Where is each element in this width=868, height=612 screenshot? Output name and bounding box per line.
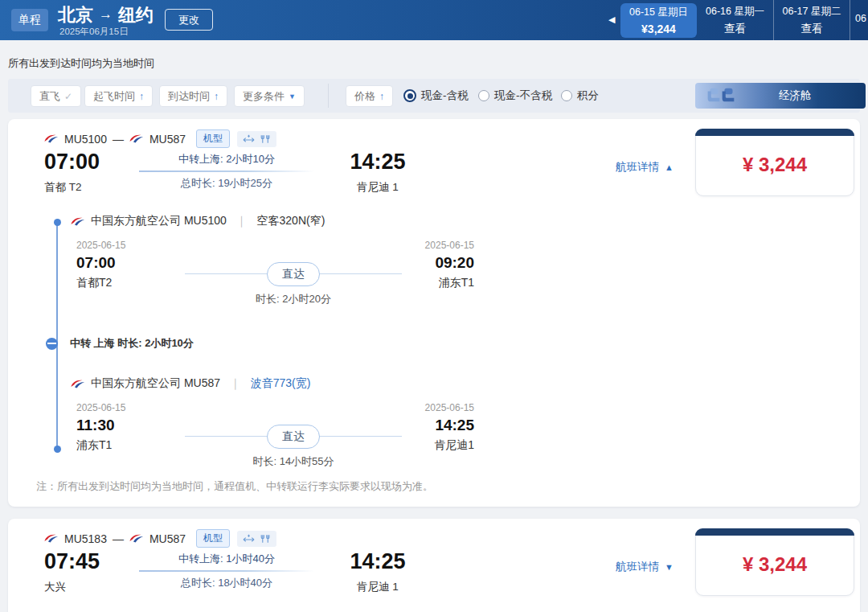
radio-cash-with-tax-label: 现金-含税 bbox=[421, 88, 469, 103]
filter-direct-button[interactable]: 直飞 ✓ bbox=[31, 85, 81, 107]
expand-icon: ▼ bbox=[665, 562, 674, 572]
fare-price-box[interactable]: ¥ 3,244 bbox=[695, 528, 854, 596]
radio-unselected-icon bbox=[478, 90, 489, 101]
total-duration: 总时长: 18小时40分 bbox=[139, 572, 314, 590]
airline-logo-icon bbox=[129, 533, 144, 544]
filter-more-button[interactable]: 更多条件 ▼ bbox=[234, 85, 305, 107]
chevron-down-icon: ▼ bbox=[289, 92, 296, 101]
airline-logo-icon bbox=[71, 216, 85, 227]
change-search-button[interactable]: 更改 bbox=[165, 9, 213, 31]
arrival-time: 14:25 bbox=[332, 150, 424, 175]
segment1-depart-airport: 首都T2 bbox=[76, 276, 197, 290]
date-tab-label: 06-17 星期二 bbox=[783, 5, 841, 18]
departure-time: 07:00 bbox=[44, 150, 100, 175]
amenities-badge bbox=[237, 531, 276, 547]
transfer-row: 中转 上海 时长: 2小时10分 bbox=[46, 336, 194, 351]
departure-airport: 大兴 bbox=[44, 580, 66, 594]
filter-depart-time-button[interactable]: 起飞时间 ↑ bbox=[84, 85, 153, 107]
filter-price-button[interactable]: 价格 ↑ bbox=[346, 85, 393, 107]
timeline-dot bbox=[54, 219, 61, 226]
date-tab[interactable]: 06-16 星期一 查看 bbox=[697, 0, 773, 40]
segment1-header: 中国东方航空公司 MU5100 ｜ 空客320N(窄) bbox=[71, 214, 325, 228]
journey-summary: 中转上海: 1小时40分 总时长: 18小时40分 bbox=[139, 552, 314, 590]
segment2-depart-time: 11:30 bbox=[76, 417, 197, 434]
flight-details-toggle[interactable]: 航班详情 ▼ bbox=[616, 560, 674, 574]
departure-time: 07:45 bbox=[44, 549, 100, 574]
segment1-aircraft: 空客320N(窄) bbox=[257, 214, 326, 228]
cabin-class-label: 经济舱 bbox=[779, 88, 812, 103]
origin-city: 北京 bbox=[58, 5, 93, 25]
filter-arrive-time-button[interactable]: 到达时间 ↑ bbox=[159, 85, 227, 107]
seat-pitch-icon bbox=[243, 134, 255, 144]
separator: ｜ bbox=[230, 376, 241, 391]
collapse-icon: ▲ bbox=[665, 162, 674, 172]
airline-logo-icon bbox=[44, 133, 59, 144]
direct-badge: 直达 bbox=[267, 425, 320, 449]
date-tab-label: 06-16 星期一 bbox=[706, 5, 764, 18]
date-tabs: 06-15 星期日 ¥3,244 06-16 星期一 查看 06-17 星期二 … bbox=[620, 0, 868, 40]
fare-price-box[interactable]: ¥ 3,244 bbox=[695, 129, 854, 196]
destination-city: 纽约 bbox=[118, 5, 154, 25]
segment2-duration: 时长: 14小时55分 bbox=[185, 454, 402, 469]
date-tab[interactable]: 06-17 星期二 查看 bbox=[773, 0, 850, 40]
fare-price: ¥ 3,244 bbox=[696, 154, 854, 176]
cabin-class-selector[interactable]: 经济舱 bbox=[695, 83, 866, 109]
route-title: 北京→纽约 bbox=[58, 3, 154, 27]
local-time-notice: 所有出发到达时间均为当地时间 bbox=[8, 56, 154, 71]
filter-depart-time-label: 起飞时间 bbox=[93, 89, 135, 104]
sort-asc-icon: ↑ bbox=[379, 91, 384, 102]
date-tab-price: ¥3,244 bbox=[641, 23, 676, 35]
radio-points-label: 积分 bbox=[577, 88, 599, 103]
segment1-duration: 时长: 2小时20分 bbox=[185, 292, 402, 306]
flight-number: MU5100 bbox=[64, 133, 107, 146]
segment2-depart-airport: 浦东T1 bbox=[76, 438, 197, 453]
date-tab-selected[interactable]: 06-15 星期日 ¥3,244 bbox=[620, 3, 697, 38]
filter-direct-label: 直飞 bbox=[39, 89, 60, 104]
date-tab-partial[interactable]: 06 bbox=[850, 0, 868, 40]
filter-price-label: 价格 bbox=[354, 89, 375, 104]
flight-numbers-row: MU5100 — MU587 机型 bbox=[44, 129, 276, 148]
fare-price: ¥ 3,244 bbox=[696, 553, 854, 576]
price-box-top-bar bbox=[695, 528, 854, 536]
meal-icon bbox=[260, 534, 271, 544]
aircraft-model-tag[interactable]: 机型 bbox=[196, 129, 230, 148]
travel-date: 2025年06月15日 bbox=[59, 26, 129, 38]
route-arrow-icon: → bbox=[99, 6, 113, 22]
sort-asc-icon: ↑ bbox=[139, 91, 144, 102]
airline-logo-icon bbox=[44, 533, 59, 544]
radio-cash-without-tax-label: 现金-不含税 bbox=[494, 88, 552, 103]
segment2-aircraft-link[interactable]: 波音773(宽) bbox=[251, 376, 311, 391]
date-tab-view-link: 查看 bbox=[724, 22, 746, 36]
departure-airport: 首都 T2 bbox=[44, 180, 82, 195]
sort-asc-icon: ↑ bbox=[214, 91, 219, 102]
price-box-top-bar bbox=[695, 129, 854, 136]
radio-unselected-icon bbox=[561, 90, 572, 101]
separator: ｜ bbox=[236, 214, 248, 228]
segment1-airline: 中国东方航空公司 MU5100 bbox=[91, 214, 227, 228]
check-icon: ✓ bbox=[64, 91, 72, 102]
date-tab-label: 06 bbox=[855, 13, 866, 24]
airline-logo-icon bbox=[129, 133, 144, 144]
radio-points[interactable]: 积分 bbox=[561, 88, 599, 103]
filter-divider bbox=[328, 84, 329, 108]
segment2-airline: 中国东方航空公司 MU587 bbox=[91, 376, 220, 391]
aircraft-model-tag[interactable]: 机型 bbox=[196, 529, 230, 548]
flight-details-toggle[interactable]: 航班详情 ▲ bbox=[616, 160, 674, 175]
radio-cash-without-tax[interactable]: 现金-不含税 bbox=[478, 88, 552, 103]
segment1-depart-date: 2025-06-15 bbox=[76, 240, 197, 251]
flight-number: MU5183 bbox=[64, 532, 107, 545]
header: 单程 北京→纽约 2025年06月15日 更改 ◀ 06-15 星期日 ¥3,2… bbox=[0, 0, 868, 40]
segment1-departure: 2025-06-15 07:00 首都T2 bbox=[76, 240, 197, 290]
airline-logo-icon bbox=[71, 379, 85, 389]
prev-dates-icon[interactable]: ◀ bbox=[608, 14, 615, 25]
segment1-depart-time: 07:00 bbox=[76, 254, 197, 272]
segment1-arrive-time: 09:20 bbox=[354, 254, 474, 272]
segment2-departure: 2025-06-15 11:30 浦东T1 bbox=[76, 402, 197, 453]
segment2-arrive-date: 2025-06-15 bbox=[354, 402, 474, 413]
radio-cash-with-tax[interactable]: 现金-含税 bbox=[403, 88, 469, 103]
date-tab-view-link: 查看 bbox=[801, 22, 823, 36]
segment2-arrival: 2025-06-15 14:25 肯尼迪1 bbox=[354, 402, 474, 453]
arrival-time: 14:25 bbox=[332, 549, 424, 574]
segment1-arrive-airport: 浦东T1 bbox=[354, 276, 474, 290]
segment2-header: 中国东方航空公司 MU587 ｜ 波音773(宽) bbox=[71, 376, 310, 391]
